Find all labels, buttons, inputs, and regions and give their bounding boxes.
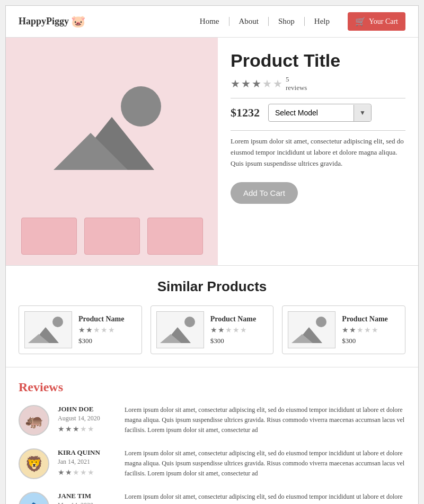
product-detail-column: Product Title ★ ★ ★ ★ ★ 5 reviews $1232	[218, 38, 418, 265]
reviewer-stars-1: ★★★★★	[58, 425, 116, 434]
reviews-section: Reviews 🦛 JOHN DOE August 14, 2020 ★★★★★…	[6, 367, 418, 504]
thumbnail-1[interactable]	[21, 218, 77, 255]
reviewer-info-2: Kira Quinn Jan 14, 2021 ★★★★★	[58, 448, 116, 477]
logo: HappyPiggy 🐷	[19, 15, 85, 29]
select-arrow-icon: ▼	[354, 105, 371, 121]
add-to-cart-button[interactable]: Add To Cart	[231, 182, 298, 204]
reviewer-avatar-1: 🦛	[19, 405, 49, 436]
review-item-1: 🦛 JOHN DOE August 14, 2020 ★★★★★ Lorem i…	[19, 405, 405, 436]
star-1: ★	[231, 77, 240, 90]
reviewer-avatar-3: 🐟	[19, 492, 49, 504]
reviewer-date-2: Jan 14, 2021	[58, 458, 116, 466]
product-image-column	[6, 38, 218, 265]
review-text-2: Lorem ipsum dolor sit amet, consectetur …	[125, 448, 405, 479]
similar-product-image-1	[24, 311, 72, 348]
reviews-title: Reviews	[19, 380, 405, 394]
logo-pig-icon: 🐷	[71, 15, 85, 29]
reviewer-stars-2: ★★★★★	[58, 468, 116, 477]
similar-product-info-2: Product Name ★★★★★ $300	[210, 315, 256, 345]
star-3: ★	[252, 77, 261, 90]
svg-point-9	[316, 317, 326, 327]
similar-product-card-2[interactable]: Product Name ★★★★★ $300	[151, 305, 274, 354]
rating-row: ★ ★ ★ ★ ★ 5 reviews	[231, 75, 405, 92]
navbar: HappyPiggy 🐷 Home About Shop Help 🛒 Your…	[6, 6, 418, 38]
thumbnail-3[interactable]	[147, 218, 203, 255]
star-2: ★	[241, 77, 251, 90]
similar-stars-2: ★★★★★	[210, 326, 256, 335]
reviewer-name-3: Jane Tim	[58, 492, 116, 500]
model-select-container[interactable]: Select Model Model A Model B ▼	[268, 104, 372, 122]
divider-2	[231, 130, 405, 131]
nav-about[interactable]: About	[229, 17, 269, 26]
divider	[231, 98, 405, 98]
cart-button[interactable]: 🛒 Your Cart	[348, 12, 405, 31]
product-price: $1232	[231, 106, 260, 120]
similar-products-row: Product Name ★★★★★ $300 Pro	[19, 305, 405, 354]
similar-product-name-3: Product Name	[342, 315, 387, 323]
review-text-3: Lorem ipsum dolor sit amet, consectetur …	[125, 492, 405, 504]
similar-product-image-3	[288, 311, 335, 348]
reviewer-date-1: August 14, 2020	[58, 415, 116, 422]
similar-stars-3: ★★★★★	[342, 326, 387, 335]
cart-icon: 🛒	[355, 16, 366, 26]
product-section: Product Title ★ ★ ★ ★ ★ 5 reviews $1232	[6, 38, 418, 266]
reviewer-name-1: JOHN DOE	[58, 405, 116, 413]
star-5: ★	[273, 77, 282, 90]
thumbnail-row	[16, 218, 207, 255]
price-model-row: $1232 Select Model Model A Model B ▼	[231, 104, 405, 122]
similar-stars-1: ★★★★★	[78, 326, 124, 335]
main-product-image	[16, 48, 207, 207]
similar-price-1: $300	[78, 337, 124, 345]
review-count: 5 reviews	[286, 75, 307, 92]
similar-product-name-1: Product Name	[78, 315, 124, 323]
nav-shop[interactable]: Shop	[269, 17, 305, 26]
reviewer-date-3: May 14, 2020	[58, 501, 116, 504]
similar-product-info-1: Product Name ★★★★★ $300	[78, 315, 124, 345]
similar-product-card-1[interactable]: Product Name ★★★★★ $300	[19, 305, 142, 354]
similar-products-title: Similar Products	[19, 278, 405, 295]
product-description: Lorem ipsum dolor sit amet, consectetur …	[231, 136, 405, 169]
model-select-input[interactable]: Select Model Model A Model B	[269, 104, 354, 121]
thumbnail-2[interactable]	[84, 218, 140, 255]
reviewer-info-3: Jane Tim May 14, 2020 ★★★★★	[58, 492, 116, 504]
nav-help[interactable]: Help	[305, 17, 339, 26]
nav-links: Home About Shop Help 🛒 Your Cart	[190, 12, 405, 31]
cart-label: Your Cart	[369, 17, 398, 26]
review-item-3: 🐟 Jane Tim May 14, 2020 ★★★★★ Lorem ipsu…	[19, 492, 405, 504]
review-text-1: Lorem ipsum dolor sit amet, consectetur …	[125, 405, 405, 436]
product-stars: ★ ★ ★ ★ ★	[231, 77, 282, 90]
star-4: ★	[262, 77, 272, 90]
review-number: 5	[286, 75, 289, 84]
similar-price-3: $300	[342, 337, 387, 345]
similar-products-section: Similar Products Product Name ★★★★★ $3	[6, 266, 418, 367]
svg-point-3	[52, 317, 63, 327]
reviews-label: reviews	[286, 84, 307, 92]
nav-home[interactable]: Home	[190, 17, 229, 26]
similar-product-info-3: Product Name ★★★★★ $300	[342, 315, 387, 345]
review-item-2: 🦁 Kira Quinn Jan 14, 2021 ★★★★★ Lorem ip…	[19, 448, 405, 479]
logo-text: HappyPiggy	[19, 16, 69, 27]
svg-point-0	[121, 86, 161, 127]
reviewer-info-1: JOHN DOE August 14, 2020 ★★★★★	[58, 405, 116, 434]
similar-product-image-2	[156, 311, 204, 348]
reviewer-avatar-2: 🦁	[19, 448, 49, 479]
similar-price-2: $300	[210, 337, 256, 345]
svg-point-6	[184, 317, 195, 327]
product-title: Product Title	[231, 50, 405, 71]
similar-product-name-2: Product Name	[210, 315, 256, 323]
similar-product-card-3[interactable]: Product Name ★★★★★ $300	[282, 305, 405, 354]
reviewer-name-2: Kira Quinn	[58, 448, 116, 457]
